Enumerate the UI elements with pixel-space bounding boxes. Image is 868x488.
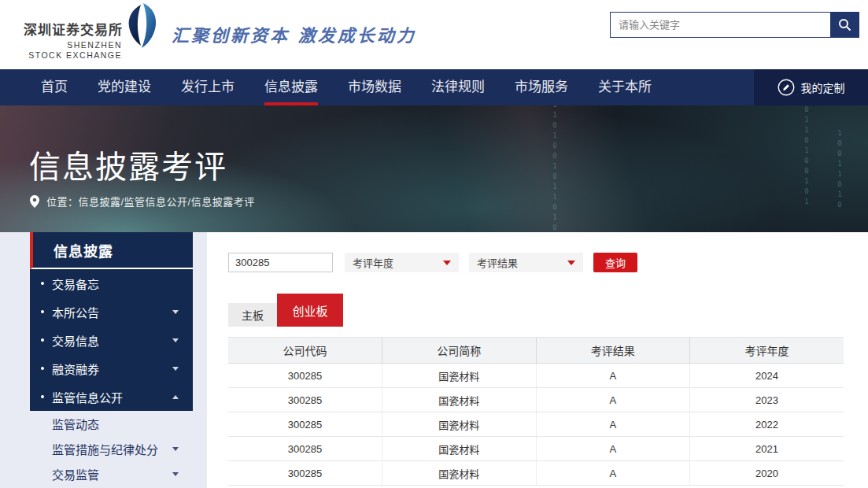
- cell-company-name: 国瓷材料: [382, 364, 537, 388]
- cell-company-name: 国瓷材料: [382, 461, 537, 486]
- search-box: [610, 12, 859, 38]
- sidebar-subitem-regulatory-news[interactable]: 监管动态: [30, 411, 193, 436]
- chevron-down-icon: [172, 367, 179, 371]
- sidebar-subitem-label: 交易监管: [52, 466, 172, 482]
- query-button[interactable]: 查询: [593, 253, 637, 272]
- sidebar-item-margin-trading[interactable]: 融资融券: [30, 354, 193, 383]
- search-input[interactable]: [610, 12, 830, 38]
- cell-company-name: 国瓷材料: [382, 412, 537, 437]
- bullet-icon: [41, 310, 44, 313]
- cell-eval-result: A: [536, 412, 690, 437]
- binary-decoration: 10011010: [836, 129, 844, 211]
- tab-chinext-board[interactable]: 创业板: [277, 294, 343, 327]
- cell-company-code: 300285: [228, 437, 382, 461]
- edit-pencil-icon: [778, 79, 795, 96]
- col-header-company-code: 公司代码: [228, 338, 382, 364]
- sidebar-item-announcements[interactable]: 本所公告: [30, 298, 193, 326]
- page: 深圳证券交易所 SHENZHEN STOCK EXCHANGE 汇聚创新资本 激…: [0, 0, 868, 488]
- table-row: 300285 国瓷材料 A 2024: [228, 364, 844, 388]
- chevron-down-icon: [172, 338, 179, 342]
- nav-items: 首页 党的建设 发行上市 信息披露 市场数据 法律规则 市场服务 关于本所: [41, 69, 868, 105]
- hero-banner: 1101001011010 0110100101 10011010 信息披露考评…: [0, 105, 868, 232]
- table-row: 300285 国瓷材料 A 2023: [228, 388, 844, 412]
- sidebar-title: 信息披露: [30, 232, 193, 269]
- cell-company-code: 300285: [228, 388, 382, 412]
- top-header: 深圳证券交易所 SHENZHEN STOCK EXCHANGE 汇聚创新资本 激…: [0, 0, 868, 69]
- sidebar-item-label: 融资融券: [52, 360, 172, 377]
- sidebar-title-label: 信息披露: [54, 240, 113, 261]
- sidebar-item-trading-memo[interactable]: 交易备忘: [30, 269, 193, 298]
- nav-item-rules[interactable]: 法律规则: [431, 69, 485, 105]
- table-row: 300285 国瓷材料 A 2020: [228, 461, 844, 486]
- sidebar-item-label: 监管信息公开: [52, 389, 172, 405]
- sidebar-item-label: 交易信息: [52, 332, 172, 349]
- nav-item-home[interactable]: 首页: [41, 69, 68, 105]
- sidebar-subitem-measures-discipline[interactable]: 监管措施与纪律处分: [30, 436, 193, 461]
- bullet-icon: [41, 367, 44, 370]
- szse-logo-icon: [124, 3, 159, 50]
- chevron-down-icon: [172, 310, 179, 314]
- sidebar: 信息披露 交易备忘 本所公告 交易信息: [30, 232, 193, 486]
- cell-eval-result: A: [536, 437, 690, 461]
- bullet-icon: [41, 282, 44, 285]
- cell-eval-year: 2024: [690, 364, 844, 388]
- cell-company-code: 300285: [228, 364, 382, 388]
- sidebar-item-regulatory-disclosure[interactable]: 监管信息公开: [30, 383, 193, 411]
- dropdown-arrow-icon: [443, 261, 451, 265]
- breadcrumb-text: 位置：信息披露/监管信息公开/信息披露考评: [46, 194, 255, 209]
- tab-main-board[interactable]: 主板: [228, 303, 277, 327]
- nav-item-about[interactable]: 关于本所: [598, 69, 652, 105]
- col-header-eval-result: 考评结果: [536, 338, 690, 364]
- slogan: 汇聚创新资本 激发成长动力: [172, 21, 416, 46]
- col-header-company-name: 公司简称: [382, 338, 537, 364]
- main-panel: 考评年度 考评结果 查询 主板 创业板 公司代码 公司简称 考评结果 考评年度: [207, 232, 868, 488]
- sidebar-item-label: 交易备忘: [52, 275, 179, 292]
- content-area: 信息披露 交易备忘 本所公告 交易信息: [0, 232, 868, 488]
- cell-company-code: 300285: [228, 412, 382, 437]
- cell-eval-result: A: [536, 364, 690, 388]
- logo-name-en: SHENZHEN STOCK EXCHANGE: [24, 40, 122, 61]
- col-header-eval-year: 考评年度: [690, 338, 844, 364]
- logo-name-cn: 深圳证券交易所: [24, 19, 122, 39]
- cell-eval-year: 2023: [690, 388, 844, 412]
- nav-item-party-building[interactable]: 党的建设: [98, 69, 151, 105]
- cell-eval-year: 2022: [690, 412, 844, 437]
- cell-company-name: 国瓷材料: [382, 437, 537, 461]
- evaluation-year-select[interactable]: 考评年度: [345, 253, 459, 272]
- chevron-down-icon: [172, 472, 179, 476]
- evaluation-result-select[interactable]: 考评结果: [469, 253, 583, 272]
- sidebar-subitem-label: 监管动态: [52, 416, 179, 432]
- sidebar-item-trading-info[interactable]: 交易信息: [30, 326, 193, 354]
- search-button[interactable]: [830, 12, 859, 38]
- dropdown-arrow-icon: [567, 261, 575, 265]
- evaluation-year-label: 考评年度: [353, 255, 393, 270]
- location-pin-icon: [30, 195, 39, 208]
- my-customization-button[interactable]: 我的定制: [754, 69, 868, 105]
- sidebar-submenu: 监管动态 监管措施与纪律处分 交易监管: [30, 411, 193, 486]
- cell-eval-result: A: [536, 461, 690, 486]
- my-customization-label: 我的定制: [801, 79, 845, 95]
- sidebar-subitem-trading-supervision[interactable]: 交易监管: [30, 461, 193, 486]
- page-title: 信息披露考评: [29, 142, 227, 187]
- logo-name-en-line1: SHENZHEN: [24, 40, 122, 50]
- table-header-row: 公司代码 公司简称 考评结果 考评年度: [228, 338, 844, 364]
- binary-decoration: 0110100101: [803, 105, 811, 208]
- nav-item-listing[interactable]: 发行上市: [181, 69, 235, 105]
- evaluation-result-label: 考评结果: [477, 255, 518, 270]
- table-row: 300285 国瓷材料 A 2021: [228, 437, 844, 461]
- company-code-input[interactable]: [228, 253, 333, 272]
- breadcrumb: 位置：信息披露/监管信息公开/信息披露考评: [30, 194, 255, 209]
- table-row: 300285 国瓷材料 A 2022: [228, 412, 844, 437]
- nav-item-disclosure[interactable]: 信息披露: [264, 69, 318, 105]
- cell-eval-result: A: [536, 388, 690, 412]
- logo-name-en-line2: STOCK EXCHANGE: [24, 50, 122, 61]
- nav-item-market-data[interactable]: 市场数据: [348, 69, 401, 105]
- search-icon: [838, 18, 851, 31]
- cell-company-code: 300285: [228, 461, 382, 486]
- nav-item-services[interactable]: 市场服务: [515, 69, 568, 105]
- cell-eval-year: 2020: [690, 461, 844, 486]
- logo-text: 深圳证券交易所 SHENZHEN STOCK EXCHANGE: [24, 19, 122, 61]
- bullet-icon: [41, 395, 44, 398]
- main-navbar: 首页 党的建设 发行上市 信息披露 市场数据 法律规则 市场服务 关于本所 我的…: [0, 69, 868, 105]
- chevron-down-icon: [172, 447, 179, 451]
